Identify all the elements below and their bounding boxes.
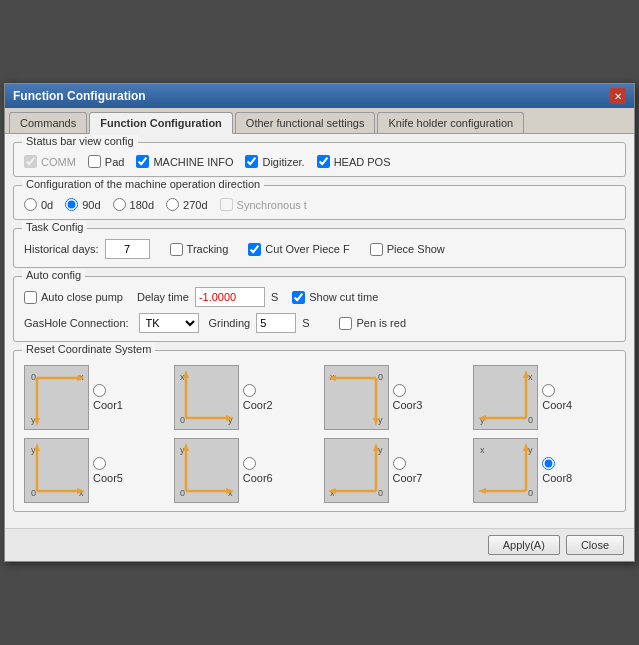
gashole-label: GasHole Connection:: [24, 317, 129, 329]
show-cut-time-item: Show cut time: [292, 291, 378, 304]
coor2-label: Coor2: [243, 399, 273, 411]
pen-is-red-item: Pen is red: [339, 317, 406, 330]
coor5-radio-wrapper: Coor5: [93, 457, 123, 484]
auto-config-group: Auto config Auto close pump Delay time S…: [13, 276, 626, 342]
radio-0d[interactable]: [24, 198, 37, 211]
radio-coor7[interactable]: [393, 457, 406, 470]
radio-90d-label: 90d: [82, 199, 100, 211]
svg-text:0: 0: [180, 488, 185, 498]
window-title: Function Configuration: [13, 89, 146, 103]
coord-item-coor4: 0 y x Coor4: [473, 365, 615, 430]
radio-coor4[interactable]: [542, 384, 555, 397]
coor3-radio-wrapper: Coor3: [393, 384, 423, 411]
apply-button[interactable]: Apply(A): [488, 535, 560, 555]
digitizer-checkbox[interactable]: [245, 155, 258, 168]
radio-270d[interactable]: [166, 198, 179, 211]
sync-checkbox[interactable]: [220, 198, 233, 211]
sync-label: Synchronous t: [237, 199, 307, 211]
sync-checkbox-item: Synchronous t: [220, 198, 307, 211]
pad-label: Pad: [105, 156, 125, 168]
grinding-unit: S: [302, 317, 309, 329]
coord-img-coor7: x 0 y: [324, 438, 389, 503]
tab-bar: Commands Function Configuration Other fu…: [5, 108, 634, 134]
title-bar: Function Configuration ✕: [5, 84, 634, 108]
cut-over-checkbox[interactable]: [248, 243, 261, 256]
window-close-button[interactable]: ✕: [610, 88, 626, 104]
svg-text:0: 0: [528, 415, 533, 425]
radio-coor5[interactable]: [93, 457, 106, 470]
coor3-label: Coor3: [393, 399, 423, 411]
cut-over-checkbox-item: Cut Over Piece F: [248, 243, 349, 256]
status-bar-group: Status bar view config COMM Pad MACHINE …: [13, 142, 626, 177]
tracking-checkbox[interactable]: [170, 243, 183, 256]
delay-unit: S: [271, 291, 278, 303]
coord-item-coor8: y 0 x Coor8: [473, 438, 615, 503]
coord-svg-coor7: x 0 y: [326, 441, 386, 501]
auto-close-pump-checkbox[interactable]: [24, 291, 37, 304]
coord-item-coor2: 0 y x Coor2: [174, 365, 316, 430]
radio-coor6[interactable]: [243, 457, 256, 470]
historical-days-group: Historical days:: [24, 239, 150, 259]
svg-marker-53: [478, 488, 486, 494]
svg-text:0: 0: [31, 488, 36, 498]
head-pos-checkbox-item: HEAD POS: [317, 155, 391, 168]
machine-info-checkbox[interactable]: [136, 155, 149, 168]
coord-img-coor5: y 0 x: [24, 438, 89, 503]
coor1-label: Coor1: [93, 399, 123, 411]
show-cut-time-checkbox[interactable]: [292, 291, 305, 304]
coor2-radio-wrapper: Coor2: [243, 384, 273, 411]
grinding-input[interactable]: [256, 313, 296, 333]
coord-img-coor2: 0 y x: [174, 365, 239, 430]
radio-180d-item: 180d: [113, 198, 154, 211]
delay-time-label: Delay time: [137, 291, 189, 303]
coord-svg-coor8: y 0 x: [476, 441, 536, 501]
reset-coord-label: Reset Coordinate System: [22, 343, 155, 355]
tab-knife-holder[interactable]: Knife holder configuration: [377, 112, 524, 133]
tracking-label: Tracking: [187, 243, 229, 255]
svg-text:x: x: [528, 372, 533, 382]
coor8-label: Coor8: [542, 472, 572, 484]
tab-other-functional[interactable]: Other functional settings: [235, 112, 376, 133]
grinding-group: Grinding S: [209, 313, 310, 333]
historical-days-input[interactable]: [105, 239, 150, 259]
coor6-label: Coor6: [243, 472, 273, 484]
comm-checkbox[interactable]: [24, 155, 37, 168]
svg-text:y: y: [378, 415, 383, 425]
svg-text:y: y: [378, 445, 383, 455]
coor4-radio-wrapper: Coor4: [542, 384, 572, 411]
radio-coor1[interactable]: [93, 384, 106, 397]
radio-coor8[interactable]: [542, 457, 555, 470]
coord-svg-coor6: 0 x y: [176, 441, 236, 501]
task-config-label: Task Config: [22, 221, 87, 233]
tab-function-config[interactable]: Function Configuration: [89, 112, 233, 134]
grinding-label: Grinding: [209, 317, 251, 329]
head-pos-checkbox[interactable]: [317, 155, 330, 168]
coord-svg-coor2: 0 y x: [176, 368, 236, 428]
pen-is-red-checkbox[interactable]: [339, 317, 352, 330]
radio-coor3[interactable]: [393, 384, 406, 397]
coord-item-coor1: 0 x y Coor1: [24, 365, 166, 430]
task-config-group: Task Config Historical days: Tracking Cu…: [13, 228, 626, 268]
svg-text:0: 0: [528, 488, 533, 498]
cut-over-label: Cut Over Piece F: [265, 243, 349, 255]
coor8-radio-wrapper: Coor8: [542, 457, 572, 484]
coord-img-coor4: 0 y x: [473, 365, 538, 430]
radio-90d[interactable]: [65, 198, 78, 211]
machine-info-checkbox-item: MACHINE INFO: [136, 155, 233, 168]
radio-180d[interactable]: [113, 198, 126, 211]
tracking-checkbox-item: Tracking: [170, 243, 229, 256]
head-pos-label: HEAD POS: [334, 156, 391, 168]
piece-show-checkbox[interactable]: [370, 243, 383, 256]
tab-commands[interactable]: Commands: [9, 112, 87, 133]
coord-img-coor3: 0 x y: [324, 365, 389, 430]
svg-text:y: y: [528, 445, 533, 455]
coord-img-coor1: 0 x y: [24, 365, 89, 430]
gashole-select[interactable]: TK NK: [139, 313, 199, 333]
close-button[interactable]: Close: [566, 535, 624, 555]
pad-checkbox[interactable]: [88, 155, 101, 168]
coord-img-coor6: 0 x y: [174, 438, 239, 503]
radio-coor2[interactable]: [243, 384, 256, 397]
delay-time-input[interactable]: [195, 287, 265, 307]
coord-item-coor3: 0 x y Coor3: [324, 365, 466, 430]
radio-90d-item: 90d: [65, 198, 100, 211]
